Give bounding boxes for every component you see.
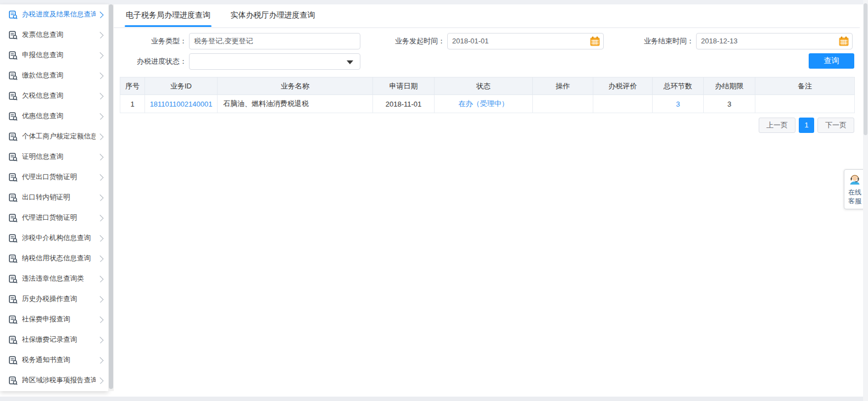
sidebar-item-declaration-query[interactable]: 申报信息查询: [0, 45, 108, 65]
chevron-right-icon: [97, 235, 103, 241]
chevron-right-icon: [97, 113, 103, 119]
business-id-link[interactable]: 1811011002140001: [150, 100, 213, 108]
social-payment-icon: [9, 336, 18, 344]
sidebar-item-tax-notice-query[interactable]: 税务通知书查询: [0, 350, 108, 370]
header-business-name: 业务名称: [218, 77, 373, 95]
chevron-right-icon: [97, 174, 103, 180]
table-header-row: 序号 业务ID 业务名称 申请日期 状态 操作 办税评价 总环节数 办结期限 备…: [120, 77, 855, 95]
table-row: 1 1811011002140001 石脑油、燃料油消费税退税 2018-11-…: [120, 95, 855, 113]
history-icon: [9, 295, 18, 304]
chevron-right-icon: [97, 377, 103, 383]
main-content: 电子税务局办理进度查询 实体办税厅办理进度查询 业务类型： 税务登记,变更登记 …: [114, 4, 860, 397]
chevron-right-icon: [97, 336, 103, 343]
sidebar-item-preference-query[interactable]: 优惠信息查询: [0, 106, 108, 126]
cell-operation: [533, 95, 593, 113]
total-nodes-link[interactable]: 3: [676, 100, 680, 108]
business-type-label: 业务类型：: [114, 33, 187, 49]
cross-region-icon: [9, 376, 18, 385]
export-domestic-icon: [9, 193, 18, 202]
sidebar-item-invoice-query[interactable]: 发票信息查询: [0, 25, 108, 45]
sidebar-item-arrears-query[interactable]: 欠税信息查询: [0, 86, 108, 106]
sidebar-item-label: 办税进度及结果信息查询: [22, 10, 96, 19]
sidebar-item-individual-quota-query[interactable]: 个体工商户核定定额信息查询: [0, 126, 108, 147]
cell-business-name: 石脑油、燃料油消费税退税: [218, 95, 373, 113]
chevron-right-icon: [97, 255, 103, 261]
sidebar-item-intermediary-query[interactable]: 涉税中介机构信息查询: [0, 228, 108, 248]
page-scrollbar-thumb[interactable]: [864, 3, 867, 135]
certificate-icon: [9, 153, 18, 161]
tab-hall-progress-query[interactable]: 实体办税厅办理进度查询: [229, 4, 316, 27]
sidebar-item-credit-status-query[interactable]: 纳税信用状态信息查询: [0, 248, 108, 269]
header-business-id: 业务ID: [145, 77, 218, 95]
chevron-right-icon: [97, 133, 103, 140]
cell-status: 在办（受理中）: [435, 95, 533, 113]
violation-icon: [9, 275, 18, 283]
export-agency-icon: [9, 173, 18, 182]
intermediary-icon: [9, 234, 18, 243]
sidebar-item-label: 申报信息查询: [22, 51, 96, 60]
page-scrollbar[interactable]: [863, 0, 868, 401]
progress-status-select[interactable]: [189, 53, 360, 70]
sidebar-item-export-agency-cert[interactable]: 代理出口货物证明: [0, 167, 108, 187]
chevron-right-icon: [97, 357, 103, 363]
chevron-right-icon: [97, 11, 103, 18]
import-agency-icon: [9, 214, 18, 222]
chevron-right-icon: [97, 92, 103, 99]
payment-icon: [9, 71, 18, 80]
end-time-value: 2018-12-13: [701, 37, 738, 45]
sidebar-scrollbar-thumb[interactable]: [109, 4, 113, 389]
online-service-widget[interactable]: 在线 客服: [844, 169, 866, 209]
pagination: 上一页 1 下一页: [759, 118, 854, 133]
service-agent-icon: [848, 172, 861, 186]
sidebar-item-import-agency-cert[interactable]: 代理进口货物证明: [0, 208, 108, 228]
dropdown-arrow-icon: [347, 60, 353, 64]
sidebar-item-label: 优惠信息查询: [22, 112, 96, 121]
sidebar-item-label: 税务通知书查询: [22, 355, 96, 365]
sidebar-item-payment-query[interactable]: 缴款信息查询: [0, 65, 108, 86]
sidebar-item-label: 历史办税操作查询: [22, 294, 96, 304]
sidebar-item-tax-progress-result-query[interactable]: 办税进度及结果信息查询: [0, 4, 108, 25]
business-type-input[interactable]: 税务登记,变更登记: [189, 33, 360, 49]
cell-deadline: 3: [704, 95, 755, 113]
chevron-right-icon: [97, 275, 103, 282]
prev-page-button[interactable]: 上一页: [759, 118, 795, 133]
status-link[interactable]: 在办（受理中）: [459, 99, 509, 108]
tab-etax-progress-query[interactable]: 电子税务局办理进度查询: [125, 4, 212, 27]
current-page-button[interactable]: 1: [799, 118, 814, 133]
sidebar-item-social-payment-query[interactable]: 社保缴费记录查询: [0, 330, 108, 350]
sidebar-item-social-declare-query[interactable]: 社保费申报查询: [0, 309, 108, 330]
individual-quota-icon: [9, 132, 18, 141]
header-deadline: 办结期限: [704, 77, 755, 95]
header-operation: 操作: [533, 77, 593, 95]
sidebar-item-violation-query[interactable]: 违法违章信息查询类: [0, 269, 108, 289]
calendar-icon[interactable]: [590, 36, 600, 46]
sidebar-item-label: 跨区域涉税事项报告查询: [22, 376, 96, 385]
sidebar: 办税进度及结果信息查询 发票信息查询 申报信息查询 缴款信息查询 欠税信息查询 …: [0, 4, 108, 391]
chevron-right-icon: [97, 296, 103, 302]
preference-icon: [9, 112, 18, 121]
sidebar-item-certificate-query[interactable]: 证明信息查询: [0, 147, 108, 167]
horizontal-scrollbar[interactable]: [0, 397, 868, 401]
social-declare-icon: [9, 315, 18, 324]
next-page-button[interactable]: 下一页: [817, 118, 854, 133]
progress-search-icon: [9, 10, 18, 19]
end-time-label: 业务结束时间：: [619, 33, 694, 49]
declaration-icon: [9, 51, 18, 60]
end-time-input[interactable]: 2018-12-13: [696, 33, 853, 49]
sidebar-item-export-domestic-cert[interactable]: 出口转内销证明: [0, 187, 108, 208]
chevron-right-icon: [97, 72, 103, 79]
results-table: 序号 业务ID 业务名称 申请日期 状态 操作 办税评价 总环节数 办结期限 备…: [120, 77, 855, 113]
sidebar-scrollbar[interactable]: [108, 4, 114, 391]
sidebar-item-label: 违法违章信息查询类: [22, 274, 96, 283]
start-time-input[interactable]: 2018-01-01: [447, 33, 604, 49]
sidebar-item-history-operation-query[interactable]: 历史办税操作查询: [0, 289, 108, 309]
calendar-icon[interactable]: [839, 36, 849, 46]
cell-apply-date: 2018-11-01: [373, 95, 435, 113]
sidebar-item-label: 社保费申报查询: [22, 315, 96, 324]
query-form: 业务类型： 税务登记,变更登记 业务发起时间： 2018-01-01 业务结束时…: [114, 27, 860, 77]
sidebar-item-cross-region-report-query[interactable]: 跨区域涉税事项报告查询: [0, 370, 108, 391]
query-button[interactable]: 查询: [809, 53, 854, 69]
chevron-right-icon: [97, 153, 103, 160]
service-label-line1: 在线: [845, 188, 864, 197]
sidebar-item-label: 缴款信息查询: [22, 71, 96, 80]
